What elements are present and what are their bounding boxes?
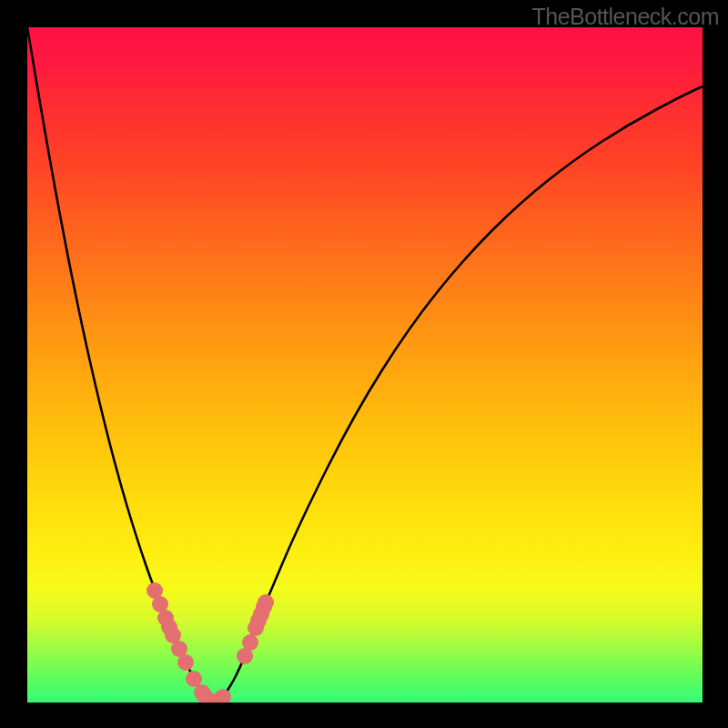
dots-left (147, 582, 231, 703)
plot-area (27, 27, 703, 703)
chart-frame: TheBottleneck.com (0, 0, 728, 728)
watermark-text: TheBottleneck.com (532, 4, 720, 30)
highlight-dot (242, 634, 258, 651)
highlight-dot (258, 594, 274, 611)
highlight-dot (186, 671, 202, 687)
curve-layer (27, 27, 703, 703)
highlight-dot (215, 689, 231, 703)
dots-right (237, 594, 274, 664)
curve-right-branch (214, 86, 703, 702)
curve-left-branch (27, 27, 214, 702)
highlight-dot (177, 654, 194, 671)
